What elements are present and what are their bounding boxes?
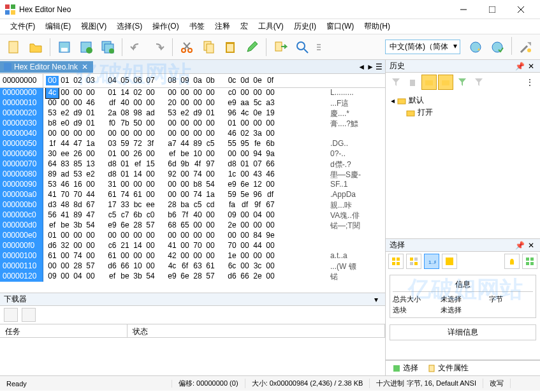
tab-menu-icon[interactable]: ☰ [376,62,383,71]
sel-hand-button[interactable] [504,254,520,269]
menu-tools[interactable]: 工具(V) [253,20,289,33]
label-unsel2: 未选择 [441,305,485,315]
svg-rect-35 [442,80,449,85]
copy-button[interactable] [198,37,219,57]
svg-rect-40 [392,262,395,265]
window-title: Hex Editor Neo [19,5,449,14]
close-panel-icon[interactable]: ✕ [526,61,536,71]
close-button[interactable] [506,1,535,18]
hex-grid[interactable]: 000000004c0000000114020000000000c0000000… [0,88,385,293]
svg-rect-48 [526,258,529,261]
svg-rect-39 [397,258,400,261]
download-add-button[interactable] [4,308,18,322]
menu-view[interactable]: 视图(V) [76,20,112,33]
offset-header: 00000000 [0,74,43,87]
downloader-panel: 下载器 ▾ 任务 状态 [0,293,385,375]
svg-rect-51 [530,262,534,265]
menubar: 文件(F) 编辑(E) 视图(V) 选择(S) 操作(O) 书签 注释 宏 工具… [0,19,540,34]
menu-ops[interactable]: 操作(O) [147,20,184,33]
col-task[interactable]: 任务 [0,324,128,337]
svg-rect-45 [414,262,418,265]
menu-edit[interactable]: 编辑(E) [40,20,76,33]
language-select[interactable]: 中文(简体)（简体 [385,40,460,54]
svg-rect-53 [429,365,434,372]
hist-filter3-button[interactable] [471,75,486,90]
menu-file[interactable]: 文件(F) [5,20,40,33]
btab-fileprops[interactable]: 文件属性 [425,361,471,375]
hist-more-button[interactable]: ⋮ [522,75,537,90]
undo-button[interactable] [126,37,147,57]
save-button[interactable] [54,37,75,57]
find-button[interactable] [292,37,312,57]
download-remove-button[interactable] [22,308,36,322]
settings-button[interactable] [516,37,536,57]
sel-mode2-button[interactable] [406,254,421,269]
redo-button[interactable] [148,37,168,57]
svg-rect-49 [530,258,534,261]
svg-rect-37 [407,111,414,116]
hist-filter2-button[interactable] [455,75,470,90]
tab-prev-icon[interactable]: ◄ [358,62,365,71]
saveall-button[interactable] [98,37,118,57]
pin-icon[interactable]: 📌 [514,61,525,71]
svg-line-26 [304,49,308,53]
sel-grid-button[interactable] [522,254,537,269]
pin-icon-2[interactable]: 📌 [514,240,525,250]
globe-check-button[interactable] [487,37,507,57]
menu-select[interactable]: 选择(S) [112,20,147,33]
svg-point-25 [297,42,305,50]
detail-button[interactable]: 详细信息 [390,324,536,340]
sel-mode1-button[interactable] [388,254,404,269]
globe-star-button[interactable] [465,37,486,57]
svg-rect-47 [446,258,453,265]
svg-rect-41 [397,262,400,265]
paste-button[interactable] [220,37,240,57]
svg-rect-21 [207,44,214,53]
history-title: 历史 [390,61,513,71]
status-offset: 偏移: 00000000 (0) [172,379,245,388]
svg-rect-52 [393,365,400,372]
toolbar: 中文(简体)（简体 [0,34,540,60]
status-mode: 改写 [483,379,511,388]
svg-rect-10 [61,48,68,52]
downloader-title: 下载器 [4,294,371,305]
hist-folder2-button[interactable] [438,75,453,90]
menu-bookmarks[interactable]: 书签 [184,20,210,33]
svg-point-15 [109,48,114,54]
tab-next-icon[interactable]: ► [367,62,374,71]
open-button[interactable] [26,37,46,57]
hist-delete-button[interactable] [405,75,420,90]
menu-help[interactable]: 帮助(H) [359,20,395,33]
more-button[interactable] [314,37,324,57]
menu-annot[interactable]: 注释 [210,20,235,33]
sel-mode4-button[interactable] [442,254,457,269]
col-status[interactable]: 状态 [128,324,385,337]
new-button[interactable] [4,37,24,57]
saveas-button[interactable] [76,37,96,57]
svg-rect-34 [425,80,433,85]
goto-button[interactable] [270,37,291,57]
hist-filter1-button[interactable] [388,75,404,90]
close-tab-icon[interactable]: ✕ [80,62,89,71]
maximize-button[interactable] [478,1,506,18]
edit-button[interactable] [242,37,262,57]
file-icon [4,63,11,71]
svg-rect-33 [410,80,415,86]
menu-macro[interactable]: 宏 [235,20,253,33]
history-root[interactable]: ◂ 默认 [391,94,535,106]
selection-title: 选择 [390,240,513,250]
tab-file[interactable]: Hex Editor Neo.lnk ✕ [0,61,93,73]
svg-rect-50 [526,262,529,265]
sel-mode3-button[interactable]: 1..F [424,254,439,269]
btab-selection[interactable]: 选择 [390,361,421,375]
menu-window[interactable]: 窗口(W) [321,20,359,33]
svg-rect-23 [227,44,233,52]
collapse-icon[interactable]: ▾ [371,294,381,305]
hist-folder1-button[interactable] [421,75,437,90]
cut-button[interactable] [177,37,197,57]
menu-history[interactable]: 历史(I) [289,20,321,33]
minimize-button[interactable] [449,1,478,18]
history-child[interactable]: 打开 [391,106,535,119]
close-panel-icon-2[interactable]: ✕ [526,240,536,250]
label-block: 选块 [393,305,437,315]
